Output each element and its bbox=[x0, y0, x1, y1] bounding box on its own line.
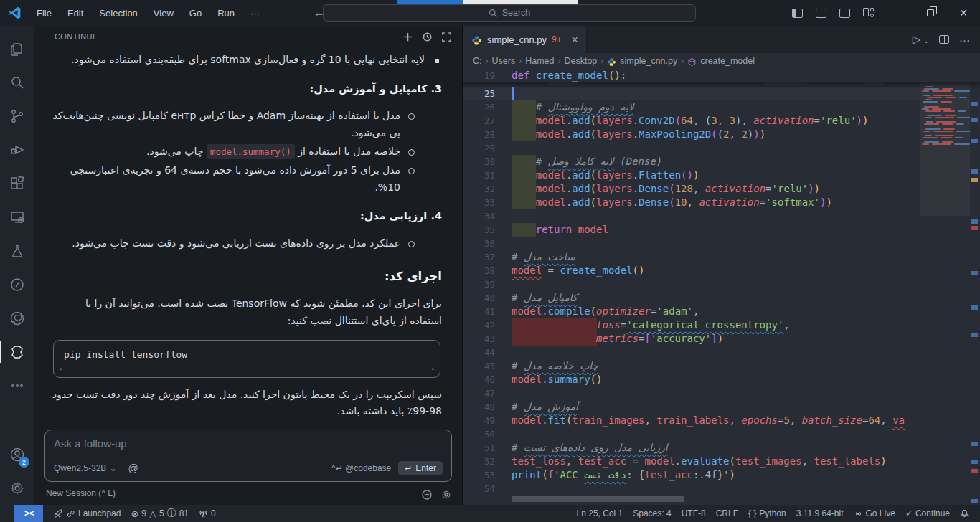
explorer-icon[interactable] bbox=[0, 32, 34, 65]
launchpad-item[interactable]: Launchpad bbox=[49, 508, 126, 518]
code-line[interactable]: 45# چاپ خلاصه مدل bbox=[463, 359, 980, 373]
run-debug-icon[interactable] bbox=[0, 133, 34, 166]
menu-view[interactable]: View bbox=[147, 5, 180, 22]
code-line[interactable]: 29 bbox=[463, 141, 980, 155]
code-line[interactable]: 53print(f'ACC دقت تست: {test_acc:.4f}') bbox=[463, 468, 980, 482]
menu-run[interactable]: Run bbox=[211, 5, 241, 22]
notifications-bell[interactable] bbox=[955, 509, 974, 518]
eol-sequence[interactable]: CRLF bbox=[711, 508, 743, 518]
remote-indicator[interactable]: >< bbox=[14, 505, 43, 522]
encoding[interactable]: UTF-8 bbox=[677, 508, 711, 518]
code-line[interactable]: 34 bbox=[463, 209, 980, 223]
go-live-item[interactable]: Go Live bbox=[849, 508, 900, 518]
fullscreen-icon[interactable] bbox=[441, 32, 452, 42]
code-line[interactable]: 47 bbox=[463, 386, 980, 400]
code-line[interactable]: 31 model.add(layers.Flatten()) bbox=[463, 169, 980, 182]
testing-icon[interactable] bbox=[0, 234, 34, 267]
code-line[interactable]: 37# ساخت مدل bbox=[463, 250, 980, 264]
code-editor[interactable]: 19def create_model(): 2526 # لایه دوم وو… bbox=[463, 69, 980, 505]
code-line[interactable]: 32 model.add(layers.Dense(128, activatio… bbox=[463, 182, 980, 196]
code-line[interactable]: 41model.compile(optimizer='adam', bbox=[463, 305, 980, 318]
minimap[interactable] bbox=[920, 69, 970, 505]
enter-button[interactable]: ↵Enter bbox=[398, 461, 443, 475]
new-chat-icon[interactable] bbox=[402, 32, 413, 42]
code-line[interactable]: 38model = create_model() bbox=[463, 264, 980, 277]
code-line[interactable]: 52test_loss, test_acc = model.evaluate(t… bbox=[463, 455, 980, 468]
code-line[interactable]: 36 bbox=[463, 237, 980, 250]
breadcrumb-desktop[interactable]: Desktop bbox=[564, 56, 597, 66]
remote-explorer-icon[interactable] bbox=[0, 200, 34, 234]
history-circle-icon[interactable] bbox=[0, 267, 34, 301]
restore-button[interactable] bbox=[914, 0, 947, 26]
split-editor-icon[interactable] bbox=[939, 35, 949, 44]
breadcrumb-users[interactable]: Users bbox=[492, 56, 516, 66]
breadcrumb-drive[interactable]: C: bbox=[473, 56, 482, 66]
menu-more[interactable]: ··· bbox=[244, 5, 266, 22]
extensions-icon[interactable] bbox=[0, 166, 34, 200]
code-line[interactable]: 49model.fit(train_images, train_labels, … bbox=[463, 414, 980, 427]
code-line[interactable]: 54 bbox=[463, 482, 980, 495]
codebase-shortcut-hint[interactable]: ^↵ @codebase bbox=[331, 463, 391, 473]
breadcrumb-symbol[interactable]: create_model bbox=[700, 56, 755, 66]
code-line[interactable]: 28 model.add(layers.MaxPooling2D((2, 2))… bbox=[463, 128, 980, 141]
source-control-icon[interactable] bbox=[0, 99, 34, 133]
search-sidebar-icon[interactable] bbox=[0, 65, 34, 99]
code-line[interactable]: 25 bbox=[463, 87, 980, 100]
more-views-icon[interactable] bbox=[0, 369, 34, 402]
code-line[interactable]: 33 model.add(layers.Dense(10, activation… bbox=[463, 196, 980, 209]
followup-input-box[interactable]: Ask a follow-up Qwen2.5-32B⌄ @ ^↵ @codeb… bbox=[44, 430, 452, 482]
code-line[interactable]: 27 model.add(layers.Conv2D(64, (3, 3), a… bbox=[463, 114, 980, 128]
code-line[interactable]: 35 return model bbox=[463, 223, 980, 237]
continue-status-item[interactable]: ✓Continue bbox=[900, 508, 955, 518]
sticky-scroll-line[interactable]: 19def create_model(): bbox=[463, 69, 980, 82]
ports-item[interactable]: 0 bbox=[194, 508, 221, 518]
overview-ruler[interactable] bbox=[970, 69, 980, 505]
feedback-smiley-icon[interactable] bbox=[421, 489, 433, 500]
code-line[interactable]: 51# ارزیابی مدل روی داده‌های تست bbox=[463, 441, 980, 455]
minimize-button[interactable]: – bbox=[881, 0, 914, 26]
menu-go[interactable]: Go bbox=[183, 5, 208, 22]
toggle-secondary-sidebar-icon[interactable] bbox=[839, 9, 850, 18]
code-line[interactable]: 40# کامپایل مدل bbox=[463, 291, 980, 305]
code-line[interactable]: 42 loss='categorical_crossentropy', bbox=[463, 318, 980, 332]
customize-layout-icon[interactable] bbox=[863, 8, 875, 18]
github-icon[interactable] bbox=[0, 301, 34, 335]
accounts-icon[interactable]: 2 bbox=[0, 437, 34, 471]
settings-gear-icon[interactable] bbox=[0, 471, 34, 505]
code-line[interactable]: 46model.summary() bbox=[463, 373, 980, 386]
code-line[interactable]: 19def create_model(): bbox=[463, 69, 980, 82]
problems-item[interactable]: ⊗9 △5 ⓘ81 bbox=[126, 507, 194, 520]
mention-at-icon[interactable]: @ bbox=[128, 462, 138, 474]
history-icon[interactable] bbox=[422, 32, 433, 42]
menu-edit[interactable]: Edit bbox=[61, 5, 90, 22]
tab-close-icon[interactable]: ✕ bbox=[571, 34, 579, 45]
command-center-search[interactable]: Search bbox=[323, 4, 696, 22]
language-mode[interactable]: { }Python bbox=[743, 508, 791, 518]
code-line[interactable]: 48# آموزش مدل bbox=[463, 400, 980, 414]
model-selector[interactable]: Qwen2.5-32B⌄ bbox=[54, 463, 116, 473]
cursor-position[interactable]: Ln 25, Col 1 bbox=[572, 508, 628, 518]
close-button[interactable]: ✕ bbox=[947, 0, 980, 26]
code-line[interactable]: 50 bbox=[463, 427, 980, 441]
toggle-panel-icon[interactable] bbox=[816, 9, 826, 18]
code-line[interactable]: 30 # لایه کاملا وصل (Dense) bbox=[463, 155, 980, 169]
code-line[interactable]: 26 # لایه دوم وولووشنال bbox=[463, 100, 980, 114]
editor-more-actions-icon[interactable]: ··· bbox=[959, 34, 970, 46]
chat-code-block[interactable]: pip install tensorflow ◂ ▸ bbox=[53, 340, 440, 378]
menu-file[interactable]: File bbox=[30, 5, 58, 22]
code-line[interactable]: 39 bbox=[463, 277, 980, 291]
code-line[interactable]: 44 bbox=[463, 346, 980, 359]
breadcrumb-hamed[interactable]: Hamed bbox=[525, 56, 554, 66]
toggle-sidebar-icon[interactable] bbox=[792, 9, 803, 18]
run-python-file-button[interactable]: ▷ ⌄ bbox=[913, 33, 929, 46]
code-lines[interactable]: 2526 # لایه دوم وولووشنال27 model.add(la… bbox=[463, 87, 980, 495]
python-interpreter[interactable]: 3.11.9 64-bit bbox=[791, 508, 849, 518]
horizontal-scrollbar[interactable] bbox=[512, 496, 684, 502]
continue-extension-icon[interactable] bbox=[0, 335, 34, 369]
menu-selection[interactable]: Selection bbox=[93, 5, 143, 22]
panel-settings-gear-icon[interactable] bbox=[440, 489, 452, 500]
tab-simple-cnn[interactable]: simple_cnn.py 9+ ✕ bbox=[463, 26, 587, 53]
code-line[interactable]: 43 metrics=['accuracy']) bbox=[463, 332, 980, 346]
new-session-link[interactable]: New Session (^ L) bbox=[34, 482, 462, 505]
indentation[interactable]: Spaces: 4 bbox=[628, 508, 676, 518]
